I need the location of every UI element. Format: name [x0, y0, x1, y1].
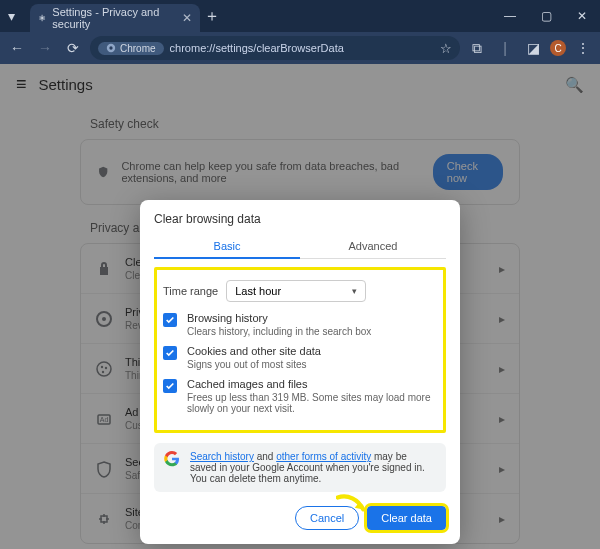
dialog-title: Clear browsing data	[154, 212, 446, 226]
site-chip[interactable]: Chrome	[98, 42, 164, 55]
chrome-icon	[106, 43, 116, 53]
google-icon	[164, 451, 180, 467]
checkbox-sub: Clears history, including in the search …	[187, 326, 371, 337]
checkbox-sub: Signs you out of most sites	[187, 359, 321, 370]
time-range-select[interactable]: Last hour ▾	[226, 280, 366, 302]
tab-dropdown-icon[interactable]: ▾	[0, 8, 22, 24]
window-controls: — ▢ ✕	[492, 9, 600, 23]
divider: |	[494, 40, 516, 56]
checkbox-row: Browsing historyClears history, includin…	[163, 312, 437, 337]
search-history-link[interactable]: Search history	[190, 451, 254, 462]
extensions-icon[interactable]: ⧉	[466, 40, 488, 57]
close-window-button[interactable]: ✕	[564, 9, 600, 23]
reload-button[interactable]: ⟳	[62, 40, 84, 56]
chip-label: Chrome	[120, 43, 156, 54]
checkbox-title: Browsing history	[187, 312, 371, 324]
dialog-tabs: Basic Advanced	[154, 234, 446, 258]
window-titlebar: ▾ Settings - Privacy and security ✕ ＋ — …	[0, 0, 600, 32]
checkbox[interactable]	[163, 379, 177, 393]
forward-button: →	[34, 40, 56, 56]
checkbox-title: Cached images and files	[187, 378, 437, 390]
checkbox-row: Cookies and other site dataSigns you out…	[163, 345, 437, 370]
tab-title: Settings - Privacy and security	[52, 6, 176, 30]
arrow-annotation-icon	[336, 494, 370, 518]
dialog-actions: Cancel Clear data	[154, 506, 446, 530]
bookmark-icon[interactable]: ☆	[440, 41, 452, 56]
side-panel-icon[interactable]: ◪	[522, 40, 544, 56]
info-text: Search history and other forms of activi…	[190, 451, 436, 484]
checkbox-sub: Frees up less than 319 MB. Some sites ma…	[187, 392, 437, 414]
profile-avatar[interactable]: C	[550, 40, 566, 56]
gear-icon	[38, 13, 46, 23]
time-range-label: Time range	[163, 285, 218, 297]
activity-link[interactable]: other forms of activity	[276, 451, 371, 462]
time-range-row: Time range Last hour ▾	[163, 280, 437, 302]
browser-tab[interactable]: Settings - Privacy and security ✕	[30, 4, 200, 32]
clear-browsing-data-dialog: Clear browsing data Basic Advanced Time …	[140, 200, 460, 544]
time-range-value: Last hour	[235, 285, 281, 297]
tab-basic[interactable]: Basic	[154, 234, 300, 258]
checkbox[interactable]	[163, 313, 177, 327]
address-bar: ← → ⟳ Chrome chrome://settings/clearBrow…	[0, 32, 600, 64]
url-text: chrome://settings/clearBrowserData	[170, 42, 344, 54]
checkbox[interactable]	[163, 346, 177, 360]
google-info-box: Search history and other forms of activi…	[154, 443, 446, 492]
chevron-down-icon: ▾	[352, 286, 357, 296]
maximize-button[interactable]: ▢	[528, 9, 564, 23]
back-button[interactable]: ←	[6, 40, 28, 56]
svg-point-2	[109, 46, 112, 49]
omnibox[interactable]: Chrome chrome://settings/clearBrowserDat…	[90, 36, 460, 60]
checkbox-row: Cached images and filesFrees up less tha…	[163, 378, 437, 414]
highlight-annotation: Time range Last hour ▾ Browsing historyC…	[154, 267, 446, 433]
checkbox-title: Cookies and other site data	[187, 345, 321, 357]
minimize-button[interactable]: —	[492, 9, 528, 23]
kebab-menu-icon[interactable]: ⋮	[572, 40, 594, 56]
close-icon[interactable]: ✕	[182, 11, 192, 25]
new-tab-button[interactable]: ＋	[200, 6, 224, 27]
clear-data-button[interactable]: Clear data	[367, 506, 446, 530]
tab-advanced[interactable]: Advanced	[300, 234, 446, 258]
